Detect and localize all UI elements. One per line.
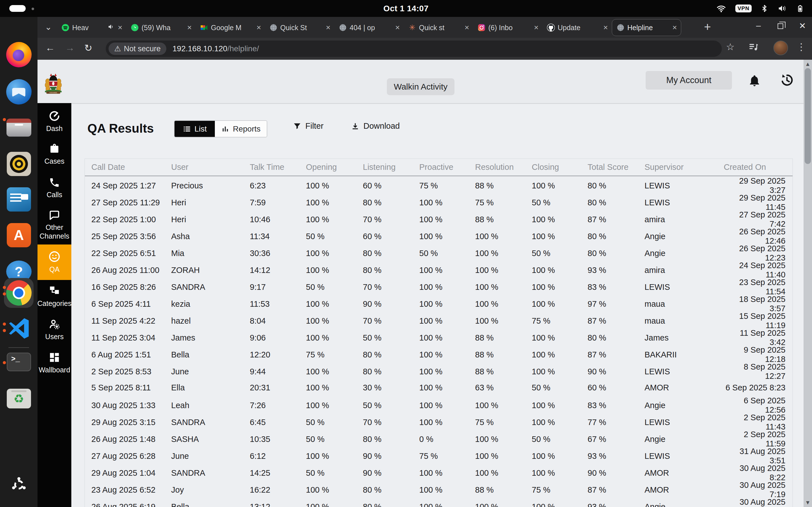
security-chip[interactable]: ⚠ Not secure (109, 43, 166, 55)
restore-button[interactable] (774, 21, 787, 31)
table-row[interactable]: 6 Sep 2025 4:11 kezia 11:53 100 % 90 % 1… (85, 295, 793, 312)
close-tab-icon[interactable]: × (187, 24, 192, 32)
profile-avatar[interactable] (773, 41, 788, 55)
column-header[interactable]: Closing (532, 163, 588, 172)
table-row[interactable]: 26 Aug 2025 1:48 SASHA 10:35 50 % 80 % 0… (85, 430, 793, 447)
dock-files[interactable] (0, 119, 38, 136)
filter-button[interactable]: Filter (293, 121, 323, 131)
sidebar-item-categories[interactable]: Categories (38, 280, 71, 313)
table-row[interactable]: 11 Sep 2025 3:04 James 9:06 100 % 50 % 1… (85, 328, 793, 345)
dock-trash[interactable]: ♻ (0, 389, 38, 408)
column-header[interactable]: Proactive (419, 163, 475, 172)
table-row[interactable]: 26 Aug 2025 11:00 ZORAH 14:12 100 % 80 %… (85, 261, 793, 278)
table-row[interactable]: 30 Aug 2025 1:33 Leah 7:26 100 % 50 % 10… (85, 396, 793, 413)
system-tray[interactable]: VPN (716, 0, 804, 17)
tab-quick-start-claude[interactable]: ✳ Quick st × (404, 19, 473, 36)
tab-404[interactable]: 404 | op × (335, 19, 404, 36)
walkin-activity-button[interactable]: Walkin Activity (387, 78, 455, 95)
notifications-bell-icon[interactable] (748, 73, 761, 89)
tab-instagram[interactable]: (6) Inbo × (473, 19, 543, 36)
scroll-down-icon[interactable]: ▼ (804, 499, 812, 506)
dock-chrome[interactable] (0, 280, 38, 305)
tab-quick-start[interactable]: Quick St × (265, 19, 335, 36)
sidebar-item-dash[interactable]: Dash (38, 106, 71, 137)
table-row[interactable]: 23 Aug 2025 6:52 Joy 16:22 100 % 80 % 10… (85, 481, 793, 497)
dock-show-apps[interactable] (0, 475, 38, 494)
tab-search-chevron-icon[interactable]: ⌄ (45, 22, 52, 32)
table-row[interactable]: 2 Sep 2025 8:53 June 9:44 100 % 80 % 100… (85, 362, 793, 379)
browser-menu-icon[interactable]: ⋮ (797, 41, 806, 52)
column-header[interactable]: Total Score (588, 163, 645, 172)
table-row[interactable]: 6 Aug 2025 1:51 Bella 12:20 75 % 80 % 10… (85, 345, 793, 362)
media-controls-icon[interactable] (748, 41, 759, 55)
list-view-button[interactable]: List (174, 121, 215, 137)
dock-terminal[interactable]: >_ (0, 353, 38, 371)
table-row[interactable]: 22 Sep 2025 6:51 Mia 30:36 100 % 80 % 50… (85, 244, 793, 261)
close-tab-icon[interactable]: × (256, 24, 262, 32)
page-scrollbar[interactable]: ▲ ▼ (804, 60, 812, 507)
table-row[interactable]: 29 Aug 2025 3:15 SANDRA 6:45 50 % 70 % 1… (85, 413, 793, 430)
tab-spotify[interactable]: Heav × (57, 19, 126, 36)
tab-google-meet[interactable]: Google M × (196, 19, 265, 36)
tab-whatsapp[interactable]: (59) Wha × (126, 19, 196, 36)
dock-vscode[interactable] (0, 316, 38, 341)
table-row[interactable]: 24 Sep 2025 1:27 Precious 6:23 100 % 60 … (85, 176, 793, 193)
dock-firefox[interactable] (0, 42, 38, 67)
workspace-pill[interactable] (9, 5, 26, 12)
table-row[interactable]: 26 Aug 2025 6:19 Bella 13:12 100 % 80 % … (85, 497, 793, 507)
scroll-up-icon[interactable]: ▲ (804, 61, 812, 67)
dock-rhythmbox[interactable] (0, 152, 38, 176)
column-header[interactable]: Talk Time (250, 163, 306, 172)
scrollbar-thumb[interactable] (805, 68, 811, 164)
reload-button[interactable]: ↻ (84, 42, 93, 54)
close-tab-icon[interactable]: × (395, 24, 400, 32)
dock-appcenter[interactable]: A (0, 223, 38, 247)
table-row[interactable]: 29 Aug 2025 1:04 SANDRA 14:25 50 % 90 % … (85, 464, 793, 481)
column-header[interactable]: Call Date (91, 163, 171, 172)
url-text[interactable]: 192.168.10.120/helpline/ (172, 44, 259, 53)
dock-thunderbird[interactable] (0, 79, 38, 105)
system-clock[interactable]: Oct 1 14:07 (384, 0, 428, 17)
close-tab-icon[interactable]: × (603, 24, 608, 32)
table-row[interactable]: 11 Sep 2025 4:22 hazel 8:04 100 % 70 % 1… (85, 312, 793, 328)
forward-button[interactable]: → (65, 42, 75, 53)
column-header[interactable]: Created On (724, 163, 793, 172)
close-tab-icon[interactable]: × (117, 24, 123, 32)
close-tab-icon[interactable]: × (464, 24, 470, 32)
back-button[interactable]: ← (45, 42, 55, 53)
download-button[interactable]: Download (351, 121, 400, 131)
tab-helpline-active[interactable]: Helpline × (612, 19, 681, 36)
sidebar-item-wallboard[interactable]: Wallboard (38, 346, 71, 380)
close-window-button[interactable]: ✕ (796, 21, 809, 31)
sidebar-item-cases[interactable]: Cases (38, 137, 71, 171)
table-row[interactable]: 22 Sep 2025 1:00 Heri 10:46 100 % 70 % 1… (85, 210, 793, 227)
close-tab-icon[interactable]: × (534, 24, 539, 32)
history-icon[interactable] (779, 73, 794, 89)
close-tab-icon[interactable]: × (325, 24, 331, 32)
minimize-button[interactable]: – (752, 21, 765, 31)
sidebar-item-users[interactable]: Users (38, 313, 71, 346)
column-header[interactable]: Opening (306, 163, 363, 172)
column-header[interactable]: Resolution (475, 163, 532, 172)
sidebar-item-qa[interactable]: QA (38, 244, 71, 280)
new-tab-button[interactable]: + (704, 20, 711, 34)
reports-view-button[interactable]: Reports (215, 121, 267, 137)
table-row[interactable]: 16 Sep 2025 8:26 SANDRA 9:17 50 % 70 % 1… (85, 278, 793, 295)
dock-libreoffice[interactable] (0, 187, 38, 212)
tab-github[interactable]: Update × (543, 19, 612, 36)
address-bar[interactable]: ⚠ Not secure 192.168.10.120/helpline/ (106, 41, 722, 57)
sidebar-item-other-channels[interactable]: Other Channels (38, 205, 71, 244)
bookmark-star-icon[interactable]: ☆ (726, 41, 734, 52)
workspace-dot[interactable] (32, 8, 34, 10)
close-tab-icon[interactable]: × (672, 24, 677, 32)
table-row[interactable]: 5 Sep 2025 8:11 Ella 20:31 100 % 30 % 10… (85, 379, 793, 396)
sidebar-item-calls[interactable]: Calls (38, 171, 71, 205)
table-row[interactable]: 27 Sep 2025 11:29 Heri 7:59 100 % 80 % 1… (85, 193, 793, 210)
tab-audio-icon[interactable] (108, 23, 114, 32)
column-header[interactable]: User (171, 163, 250, 172)
my-account-button[interactable]: My Account (646, 71, 732, 90)
column-header[interactable]: Listening (363, 163, 419, 172)
column-header[interactable]: Supervisor (645, 163, 724, 172)
table-row[interactable]: 25 Sep 2025 3:56 Asha 11:34 50 % 60 % 10… (85, 227, 793, 244)
table-row[interactable]: 27 Aug 2025 6:28 June 6:12 100 % 90 % 75… (85, 447, 793, 464)
